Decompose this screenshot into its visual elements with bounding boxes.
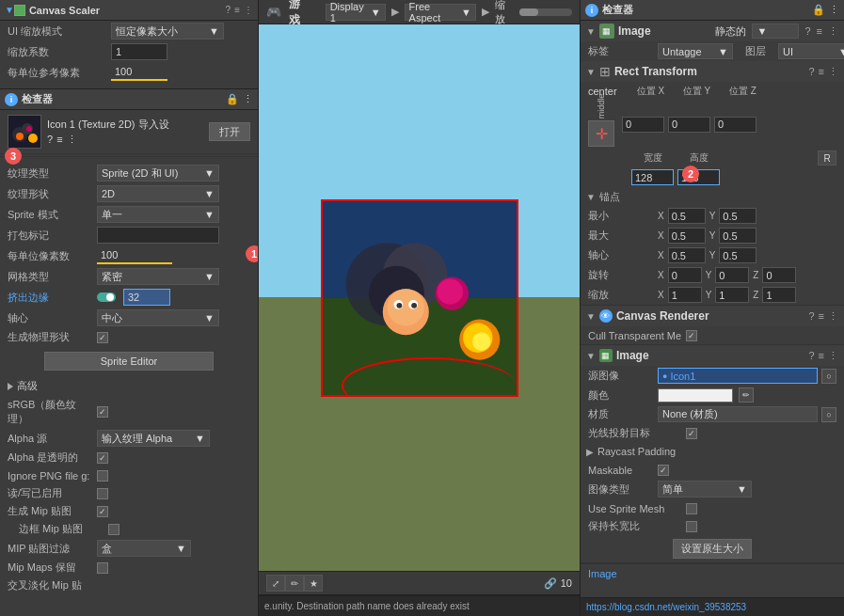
- image-dots[interactable]: ⋮: [828, 350, 838, 362]
- width-field[interactable]: [631, 169, 674, 185]
- dots-icon[interactable]: ⋮: [244, 5, 253, 15]
- icon-help[interactable]: ?: [47, 134, 53, 146]
- svg-point-4: [26, 126, 32, 132]
- image-type-dropdown[interactable]: 简单 ▼: [658, 481, 752, 498]
- settings-icon[interactable]: ≡: [234, 5, 240, 15]
- gen-mip-label: 生成 Mip 贴图: [8, 504, 97, 518]
- anchor-max-y[interactable]: [719, 228, 756, 244]
- sprite-editor-button[interactable]: Sprite Editor: [44, 352, 214, 371]
- extrude-toggle[interactable]: [97, 292, 116, 302]
- canvas-help[interactable]: ?: [808, 310, 814, 323]
- use-sprite-mesh-checkbox[interactable]: [686, 503, 697, 514]
- rot-z[interactable]: [762, 267, 796, 283]
- canvas-dots[interactable]: ⋮: [828, 310, 838, 323]
- preserve-ratio-checkbox[interactable]: [686, 521, 697, 532]
- rect-settings[interactable]: ≡: [819, 66, 824, 78]
- display-dropdown[interactable]: Display 1 ▼: [326, 4, 386, 21]
- scale-x[interactable]: [668, 287, 702, 303]
- right-lock-icon[interactable]: 🔒: [812, 4, 825, 16]
- alpha-transparent-checkbox[interactable]: ✓: [97, 452, 108, 464]
- layer-value: UI: [783, 46, 793, 57]
- component-help[interactable]: ?: [804, 25, 810, 37]
- scale-y[interactable]: [715, 287, 749, 303]
- srgb-checkbox[interactable]: ✓: [97, 406, 108, 418]
- image-settings[interactable]: ≡: [819, 350, 824, 362]
- mip-filter-dropdown[interactable]: 盒 ▼: [97, 540, 191, 557]
- right-info-icon: i: [585, 4, 598, 17]
- rot-x[interactable]: [668, 267, 702, 283]
- gen-physics-checkbox[interactable]: ✓: [97, 332, 108, 343]
- scale-slider[interactable]: [519, 8, 572, 16]
- extrude-field[interactable]: [123, 289, 170, 306]
- aspect-dropdown[interactable]: Free Aspect ▼: [405, 4, 476, 21]
- pos-z-field[interactable]: [714, 117, 756, 133]
- static-dropdown[interactable]: ▼: [752, 24, 799, 39]
- help-icon[interactable]: ?: [226, 5, 231, 15]
- ignore-png-checkbox[interactable]: [97, 470, 108, 482]
- border-mip-checkbox[interactable]: [108, 524, 119, 535]
- pivot-dropdown[interactable]: 中心 ▼: [97, 309, 219, 326]
- texture-type-value: Sprite (2D 和 UI): [102, 166, 178, 181]
- read-write-checkbox[interactable]: [97, 488, 108, 499]
- r-button[interactable]: R: [818, 150, 836, 166]
- ui-scale-dropdown[interactable]: 恒定像素大小 ▼: [111, 23, 224, 39]
- set-native-button[interactable]: 设置原生大小: [673, 539, 752, 559]
- pivot-x[interactable]: [668, 247, 706, 263]
- scene-icon-3[interactable]: ★: [304, 575, 323, 592]
- pos-y-field[interactable]: [668, 117, 710, 133]
- use-sprite-mesh-row: Use Sprite Mesh: [581, 499, 844, 517]
- gen-physics-label: 生成物理形状: [8, 330, 97, 344]
- anchor-min-y[interactable]: [719, 208, 756, 224]
- texture-type-dropdown[interactable]: Sprite (2D 和 UI) ▼: [97, 165, 219, 182]
- dots-icon-left[interactable]: ⋮: [243, 93, 253, 105]
- scene-icon-2[interactable]: ✏: [285, 575, 304, 592]
- alpha-source-dropdown[interactable]: 输入纹理 Alpha ▼: [97, 430, 210, 447]
- component-dots[interactable]: ⋮: [828, 25, 838, 38]
- rect-dots[interactable]: ⋮: [828, 66, 838, 78]
- source-image-field[interactable]: ● Icon1: [658, 368, 818, 384]
- texture-shape-dropdown[interactable]: 2D ▼: [97, 185, 219, 202]
- pixels-per-unit-field[interactable]: [111, 64, 167, 81]
- material-select[interactable]: ○: [821, 407, 836, 422]
- gen-mip-row: 生成 Mip 贴图 ✓: [0, 502, 258, 520]
- component-checkbox[interactable]: [14, 5, 25, 16]
- mesh-type-dropdown[interactable]: 紧密 ▼: [97, 268, 219, 285]
- image-help[interactable]: ?: [808, 350, 814, 362]
- component-settings[interactable]: ≡: [817, 25, 822, 37]
- right-dots-icon[interactable]: ⋮: [829, 4, 839, 16]
- icon-dots[interactable]: ⋮: [67, 134, 77, 146]
- anchor-min-x[interactable]: [668, 208, 706, 224]
- open-button[interactable]: 打开: [209, 122, 250, 141]
- url-bar: https://blog.csdn.net/weixin_39538253: [581, 597, 844, 616]
- canvas-settings[interactable]: ≡: [819, 310, 824, 323]
- anchor-icon[interactable]: ✛: [588, 120, 614, 147]
- rect-help[interactable]: ?: [808, 66, 814, 78]
- svg-point-16: [396, 302, 402, 308]
- pos-x-field[interactable]: [622, 117, 664, 133]
- advanced-section-header[interactable]: 高级: [0, 376, 258, 396]
- scene-icon-1[interactable]: ⤢: [266, 575, 285, 592]
- rot-y[interactable]: [715, 267, 749, 283]
- gen-mip-checkbox[interactable]: ✓: [97, 506, 108, 517]
- rotation-label: 旋转: [588, 268, 654, 282]
- icon-settings[interactable]: ≡: [56, 134, 62, 146]
- pack-tag-field[interactable]: [97, 227, 219, 244]
- color-picker[interactable]: [658, 388, 733, 403]
- color-edit[interactable]: ✏: [739, 387, 754, 403]
- anchor-max-x[interactable]: [668, 228, 706, 244]
- scale-factor-field[interactable]: [111, 43, 167, 60]
- scale-z[interactable]: [762, 287, 796, 303]
- lock-icon-left[interactable]: 🔒: [226, 93, 239, 105]
- tag-dropdown[interactable]: Untagge ▼: [658, 43, 733, 59]
- raycast-target-checkbox[interactable]: ✓: [686, 428, 697, 439]
- source-image-select[interactable]: ○: [821, 369, 836, 384]
- ppu-field[interactable]: [97, 247, 172, 264]
- layer-dropdown[interactable]: UI ▼: [778, 43, 844, 59]
- cull-transparent-checkbox[interactable]: ✓: [686, 330, 697, 341]
- pivot-y[interactable]: [719, 247, 756, 263]
- url-text: https://blog.csdn.net/weixin_39538253: [586, 602, 746, 612]
- material-dropdown[interactable]: None (材质): [658, 406, 818, 422]
- maskable-checkbox[interactable]: ✓: [658, 465, 669, 476]
- mip-preserve-checkbox[interactable]: [97, 562, 108, 574]
- sprite-mode-dropdown[interactable]: 单一 ▼: [97, 206, 219, 223]
